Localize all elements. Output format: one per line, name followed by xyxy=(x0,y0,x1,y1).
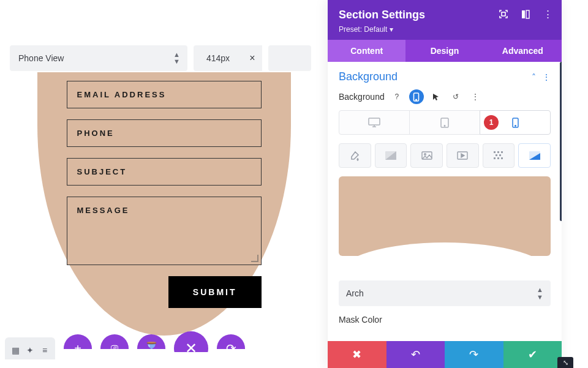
background-option-label: Background xyxy=(339,92,385,102)
kebab-menu-icon[interactable]: ⋮ xyxy=(542,9,553,20)
background-preview[interactable] xyxy=(339,176,551,256)
bg-gradient-tab[interactable] xyxy=(375,143,407,168)
cancel-button[interactable]: ✖ xyxy=(328,341,386,368)
svg-rect-18 xyxy=(499,154,501,156)
mask-shape-select[interactable]: Arch ▲▼ xyxy=(339,280,551,306)
tab-advanced[interactable]: Advanced xyxy=(484,40,562,62)
panel-footer: ✖ ↶ ↷ ✔ xyxy=(328,341,562,368)
tool-circle-main[interactable]: ✕ xyxy=(174,331,208,366)
mask-shape-value: Arch xyxy=(346,288,364,298)
tool-circle-1[interactable]: + xyxy=(64,334,92,362)
phone-field[interactable]: PHONE xyxy=(67,119,262,147)
clear-width-button[interactable]: × xyxy=(243,45,262,71)
svg-point-4 xyxy=(416,99,417,100)
bg-video-tab[interactable] xyxy=(447,143,479,168)
svg-point-7 xyxy=(444,125,445,126)
tool-circle-4[interactable]: ⟳ xyxy=(217,334,245,362)
topbar-spacer xyxy=(268,45,311,71)
collapse-icon[interactable]: ˄ xyxy=(532,72,536,82)
chevron-updown-icon: ▲▼ xyxy=(537,286,543,301)
message-field[interactable]: MESSAGE xyxy=(67,197,262,265)
svg-rect-0 xyxy=(502,12,505,16)
settings-panel: Section Settings Preset: Default ▾ ⋮ Con… xyxy=(328,0,562,368)
svg-point-12 xyxy=(424,154,426,156)
phone-responsive-icon[interactable] xyxy=(409,89,424,104)
kebab-menu-icon[interactable]: ⋮ xyxy=(542,72,551,82)
svg-rect-21 xyxy=(501,157,503,159)
desktop-tab[interactable] xyxy=(339,110,410,135)
svg-rect-15 xyxy=(497,151,499,153)
tablet-tab[interactable] xyxy=(409,110,480,135)
preset-dropdown[interactable]: Preset: Default ▾ xyxy=(339,25,551,34)
tool-circle-3[interactable]: ⌛ xyxy=(137,334,165,362)
builder-bottom-toolbar: ▦ ✦ ≡ + ⎚ ⌛ ✕ ⟳ xyxy=(5,331,245,366)
svg-rect-19 xyxy=(494,157,496,159)
svg-rect-1 xyxy=(522,10,525,18)
panel-body: Background ˄ ⋮ Background ? ↺ ⋮ xyxy=(328,62,562,341)
bg-color-tab[interactable] xyxy=(339,143,371,168)
help-icon[interactable]: ? xyxy=(390,89,404,104)
phone-preview: EMAIL ADDRESS PHONE SUBJECT MESSAGE SUBM… xyxy=(37,72,291,332)
preview-canvas: EMAIL ADDRESS PHONE SUBJECT MESSAGE SUBM… xyxy=(0,72,328,368)
redo-button[interactable]: ↷ xyxy=(445,341,503,368)
responsive-device-tabs: 1 xyxy=(339,110,551,135)
kebab-menu-icon[interactable]: ⋮ xyxy=(468,89,483,104)
tab-content[interactable]: Content xyxy=(328,40,405,62)
bg-mask-tab[interactable] xyxy=(518,143,551,168)
background-option-row: Background ? ↺ ⋮ xyxy=(339,89,551,104)
preset-label: Preset: Default xyxy=(339,25,387,34)
tab-design[interactable]: Design xyxy=(405,40,483,62)
save-button[interactable]: ✔ xyxy=(503,341,562,368)
preview-width-input[interactable] xyxy=(194,45,243,71)
panel-header: Section Settings Preset: Default ▾ ⋮ xyxy=(328,0,562,40)
preview-width-group: × xyxy=(194,45,262,71)
expand-icon[interactable] xyxy=(498,9,509,20)
view-mode-select[interactable]: Phone View ▲▼ xyxy=(10,45,187,71)
mini-tools: ▦ ✦ ≡ xyxy=(5,337,55,359)
tool-circle-2[interactable]: ⎚ xyxy=(100,334,129,362)
wireframe-icon[interactable]: ▦ xyxy=(10,345,21,356)
columns-icon[interactable] xyxy=(520,9,531,20)
bg-image-tab[interactable] xyxy=(410,143,443,168)
reset-icon[interactable]: ↺ xyxy=(448,89,463,104)
contact-form: EMAIL ADDRESS PHONE SUBJECT MESSAGE SUBM… xyxy=(37,72,291,332)
annotation-badge-1: 1 xyxy=(484,115,499,130)
svg-rect-17 xyxy=(496,154,497,156)
preview-topbar: Phone View ▲▼ × xyxy=(0,0,328,78)
phone-tab[interactable]: 1 xyxy=(480,110,551,135)
resize-corner-icon[interactable]: ⤡ xyxy=(557,357,573,368)
background-type-tabs xyxy=(339,143,551,168)
svg-rect-2 xyxy=(526,10,529,18)
section-title-row: Background ˄ ⋮ xyxy=(339,70,551,83)
mask-color-label: Mask Color xyxy=(339,315,551,325)
hover-cursor-icon[interactable] xyxy=(429,89,443,104)
svg-rect-16 xyxy=(501,151,503,153)
chevron-down-icon: ▾ xyxy=(390,25,393,34)
chevron-updown-icon: ▲▼ xyxy=(173,51,180,65)
subject-field[interactable]: SUBJECT xyxy=(67,158,262,186)
zoom-icon[interactable]: ✦ xyxy=(24,345,36,356)
bg-pattern-tab[interactable] xyxy=(483,143,515,168)
view-mode-label: Phone View xyxy=(18,53,64,63)
svg-rect-5 xyxy=(369,118,380,125)
svg-rect-14 xyxy=(494,151,496,153)
grid-icon[interactable]: ≡ xyxy=(39,345,50,356)
panel-tabs: Content Design Advanced xyxy=(328,40,562,62)
undo-button[interactable]: ↶ xyxy=(386,341,445,368)
section-title[interactable]: Background xyxy=(339,70,398,83)
svg-point-9 xyxy=(514,125,515,126)
email-field[interactable]: EMAIL ADDRESS xyxy=(67,81,262,108)
scrollbar[interactable] xyxy=(560,62,562,221)
submit-button[interactable]: SUBMIT xyxy=(168,276,262,308)
svg-rect-20 xyxy=(497,157,499,159)
